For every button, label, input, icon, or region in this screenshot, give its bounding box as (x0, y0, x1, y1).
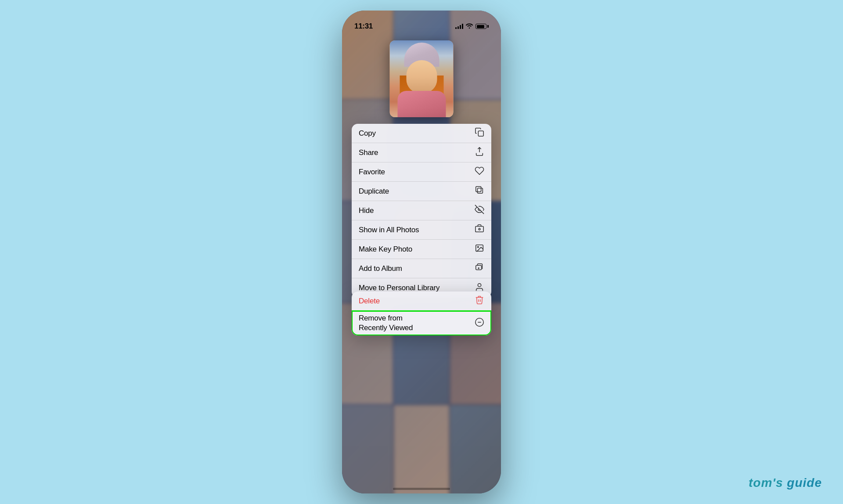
menu-label-hide: Hide (359, 206, 374, 215)
menu-item-show-all-photos[interactable]: Show in All Photos (352, 220, 491, 240)
svg-point-11 (478, 283, 481, 286)
hide-icon (475, 205, 484, 216)
status-bar: 11:31 (342, 17, 501, 36)
status-time: 11:31 (354, 22, 373, 31)
duplicate-icon (475, 185, 484, 197)
watermark-text2: guide (787, 476, 822, 490)
svg-rect-0 (478, 131, 483, 136)
watermark: tom's guide (749, 476, 822, 490)
menu-label-remove-line1: Remove from (359, 313, 413, 323)
menu-item-key-photo[interactable]: Make Key Photo (352, 240, 491, 259)
trash-icon (475, 295, 484, 307)
menu-label-remove-line2: Recently Viewed (359, 323, 413, 333)
status-icons (455, 23, 489, 30)
svg-rect-4 (476, 227, 483, 232)
home-indicator (393, 488, 450, 490)
menu-label-duplicate: Duplicate (359, 187, 389, 196)
menu-label-share: Share (359, 148, 378, 157)
menu-label-show-all: Show in All Photos (359, 226, 419, 234)
svg-point-7 (477, 246, 479, 248)
menu-item-hide[interactable]: Hide (352, 201, 491, 220)
photo-thumbnail (390, 40, 454, 117)
svg-rect-2 (476, 187, 481, 192)
menu-label-personal-library: Move to Personal Library (359, 284, 440, 292)
minus-circle-icon (475, 317, 484, 329)
copy-icon (475, 127, 484, 139)
remove-label-container: Remove from Recently Viewed (359, 313, 413, 333)
menu-label-key-photo: Make Key Photo (359, 245, 412, 254)
context-menu-delete: Delete Remove from Recently Viewed (352, 292, 491, 335)
menu-item-favorite[interactable]: Favorite (352, 162, 491, 182)
svg-rect-1 (477, 188, 483, 193)
context-menu-main: Copy Share Favorite (352, 124, 491, 298)
watermark-text1: tom's (749, 476, 783, 490)
share-icon (475, 147, 484, 158)
menu-item-share[interactable]: Share (352, 143, 491, 162)
show-all-icon (475, 224, 484, 236)
battery-icon (476, 24, 489, 29)
menu-item-copy[interactable]: Copy (352, 124, 491, 143)
menu-label-favorite: Favorite (359, 168, 385, 176)
heart-icon (475, 166, 484, 178)
menu-item-remove-recently-viewed[interactable]: Remove from Recently Viewed (352, 311, 491, 335)
menu-item-duplicate[interactable]: Duplicate (352, 182, 491, 201)
menu-label-copy: Copy (359, 129, 376, 138)
add-album-icon (475, 263, 484, 274)
key-photo-icon (475, 243, 484, 255)
menu-label-add-album: Add to Album (359, 264, 402, 273)
menu-item-delete[interactable]: Delete (352, 292, 491, 311)
phone-frame: 11:31 (342, 11, 501, 493)
menu-label-delete: Delete (359, 297, 380, 306)
menu-item-add-album[interactable]: Add to Album (352, 259, 491, 278)
svg-point-5 (479, 228, 480, 230)
wifi-icon (466, 23, 473, 30)
signal-icon (455, 24, 463, 29)
